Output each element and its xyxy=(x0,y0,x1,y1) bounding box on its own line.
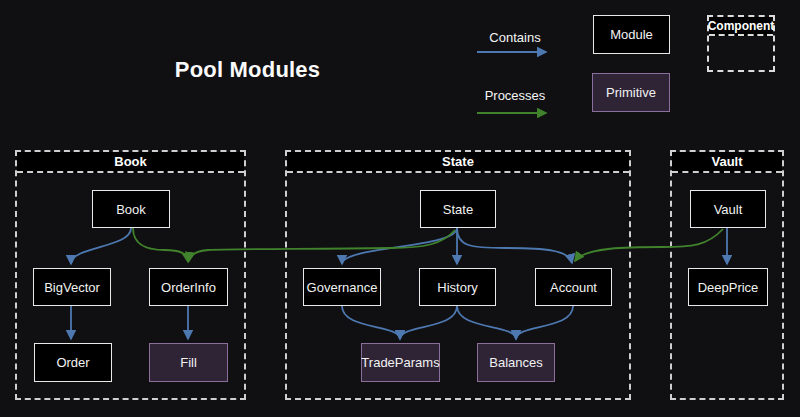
legend-module-label: Module xyxy=(610,27,653,42)
node-balances: Balances xyxy=(477,343,555,382)
node-fill: Fill xyxy=(149,343,228,382)
node-account: Account xyxy=(535,268,612,306)
node-state: State xyxy=(420,190,496,228)
legend-primitive-label: Primitive xyxy=(606,85,656,100)
node-bigvector: BigVector xyxy=(33,268,111,306)
node-orderinfo: OrderInfo xyxy=(149,268,228,306)
cluster-vault-title: Vault xyxy=(672,152,782,173)
legend-primitive-box: Primitive xyxy=(592,73,670,112)
pool-modules-diagram: Pool Modules Contains Processes Module P… xyxy=(0,0,800,417)
node-history: History xyxy=(419,268,496,306)
node-tradeparams: TradeParams xyxy=(361,343,440,382)
node-book: Book xyxy=(92,190,170,228)
legend-module-box: Module xyxy=(593,15,670,54)
node-order: Order xyxy=(34,343,112,382)
legend-contains-label: Contains xyxy=(475,30,555,45)
cluster-state-title: State xyxy=(287,152,629,173)
cluster-book-title: Book xyxy=(17,152,244,173)
node-deepprice: DeepPrice xyxy=(688,268,768,306)
node-governance: Governance xyxy=(303,268,381,306)
diagram-title: Pool Modules xyxy=(160,57,335,83)
legend-component-box: Component xyxy=(707,15,775,72)
legend-component-label: Component xyxy=(709,17,773,36)
legend-processes-label: Processes xyxy=(475,88,555,103)
node-vault: Vault xyxy=(690,190,766,228)
